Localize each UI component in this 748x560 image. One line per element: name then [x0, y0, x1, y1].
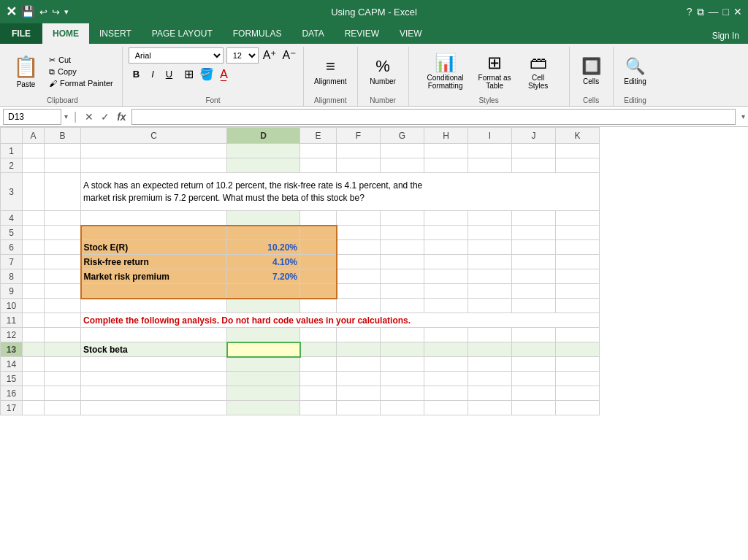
cell-k14[interactable] [556, 357, 600, 372]
cell-a13[interactable] [23, 342, 45, 357]
undo-icon[interactable]: ↩ [39, 7, 47, 18]
cell-i9[interactable] [468, 284, 512, 299]
cell-reference-box[interactable]: D13 [3, 109, 61, 125]
cell-h17[interactable] [424, 401, 468, 415]
cell-d10[interactable] [227, 299, 300, 313]
cell-h15[interactable] [424, 372, 468, 386]
row-header-8[interactable]: 8 [1, 269, 23, 284]
cell-j2[interactable] [512, 158, 556, 173]
cell-f5[interactable] [337, 226, 381, 240]
cell-a11[interactable] [23, 313, 45, 328]
cell-i1[interactable] [468, 144, 512, 158]
cell-e6[interactable] [300, 240, 337, 255]
row-header-9[interactable]: 9 [1, 284, 23, 299]
tab-home[interactable]: HOME [42, 23, 89, 44]
cell-e9[interactable] [300, 284, 337, 299]
cell-f13[interactable] [337, 342, 381, 357]
col-header-h[interactable]: H [424, 128, 468, 144]
row-header-10[interactable]: 10 [1, 299, 23, 313]
cell-e10[interactable] [300, 299, 337, 313]
cell-d16[interactable] [227, 386, 300, 401]
cell-i10[interactable] [468, 299, 512, 313]
cell-f9[interactable] [337, 284, 381, 299]
cell-j9[interactable] [512, 284, 556, 299]
cell-k12[interactable] [556, 328, 600, 342]
cell-f8[interactable] [337, 269, 381, 284]
cells-button[interactable]: 🔲 Cells [576, 55, 606, 87]
cell-c12[interactable] [81, 328, 227, 342]
cell-b15[interactable] [45, 372, 81, 386]
cell-f17[interactable] [337, 401, 381, 415]
col-header-j[interactable]: J [512, 128, 556, 144]
cell-g14[interactable] [381, 357, 424, 372]
cell-g6[interactable] [381, 240, 424, 255]
cell-j13[interactable] [512, 342, 556, 357]
cell-j8[interactable] [512, 269, 556, 284]
cell-h14[interactable] [424, 357, 468, 372]
cell-g8[interactable] [381, 269, 424, 284]
cell-h9[interactable] [424, 284, 468, 299]
cell-k7[interactable] [556, 255, 600, 269]
row-header-5[interactable]: 5 [1, 226, 23, 240]
cell-e13[interactable] [300, 342, 337, 357]
cell-k4[interactable] [556, 211, 600, 226]
tab-file[interactable]: FILE [0, 23, 42, 44]
cell-b10[interactable] [45, 299, 81, 313]
cell-a6[interactable] [23, 240, 45, 255]
cell-i2[interactable] [468, 158, 512, 173]
cell-b16[interactable] [45, 386, 81, 401]
cell-h13[interactable] [424, 342, 468, 357]
cell-f10[interactable] [337, 299, 381, 313]
col-header-b[interactable]: B [45, 128, 81, 144]
cell-d9[interactable] [227, 284, 300, 299]
cell-b1[interactable] [45, 144, 81, 158]
fill-color-icon[interactable]: 🪣 [198, 66, 215, 83]
cell-f1[interactable] [337, 144, 381, 158]
format-as-table-button[interactable]: ⊞ Format asTable [473, 51, 517, 91]
save-icon[interactable]: 💾 [21, 5, 35, 18]
decrease-font-icon[interactable]: A⁻ [280, 47, 297, 64]
cell-d17[interactable] [227, 401, 300, 415]
cell-d1[interactable] [227, 144, 300, 158]
redo-icon[interactable]: ↪ [52, 7, 60, 18]
cell-i13[interactable] [468, 342, 512, 357]
row-header-11[interactable]: 11 [1, 313, 23, 328]
cell-b11[interactable] [45, 313, 81, 328]
row-header-15[interactable]: 15 [1, 372, 23, 386]
cell-k17[interactable] [556, 401, 600, 415]
col-header-i[interactable]: I [468, 128, 512, 144]
cell-g2[interactable] [381, 158, 424, 173]
cell-f7[interactable] [337, 255, 381, 269]
cell-i6[interactable] [468, 240, 512, 255]
cell-j12[interactable] [512, 328, 556, 342]
insert-function-button[interactable]: fx [115, 111, 128, 123]
cell-f15[interactable] [337, 372, 381, 386]
tab-review[interactable]: REVIEW [335, 23, 389, 44]
cell-b14[interactable] [45, 357, 81, 372]
cell-i7[interactable] [468, 255, 512, 269]
sheet-area[interactable]: A B C D E F G H I J K 1 [0, 127, 748, 560]
cell-b17[interactable] [45, 401, 81, 415]
cell-b9[interactable] [45, 284, 81, 299]
cell-i8[interactable] [468, 269, 512, 284]
cell-a12[interactable] [23, 328, 45, 342]
cell-c10[interactable] [81, 299, 227, 313]
col-header-a[interactable]: A [23, 128, 45, 144]
close-icon[interactable]: ✕ [733, 6, 742, 18]
cell-b3[interactable] [45, 173, 81, 211]
cell-e17[interactable] [300, 401, 337, 415]
cell-i17[interactable] [468, 401, 512, 415]
cell-c8[interactable]: Market risk premium [81, 269, 227, 284]
cell-d15[interactable] [227, 372, 300, 386]
cell-c15[interactable] [81, 372, 227, 386]
cell-g1[interactable] [381, 144, 424, 158]
confirm-formula-button[interactable]: ✓ [99, 111, 112, 123]
tab-formulas[interactable]: FORMULAS [223, 23, 292, 44]
cell-b7[interactable] [45, 255, 81, 269]
restore-icon[interactable]: ⧉ [697, 6, 704, 18]
cell-h8[interactable] [424, 269, 468, 284]
tab-data[interactable]: DATA [291, 23, 334, 44]
cell-j5[interactable] [512, 226, 556, 240]
cell-d12[interactable] [227, 328, 300, 342]
cell-j1[interactable] [512, 144, 556, 158]
